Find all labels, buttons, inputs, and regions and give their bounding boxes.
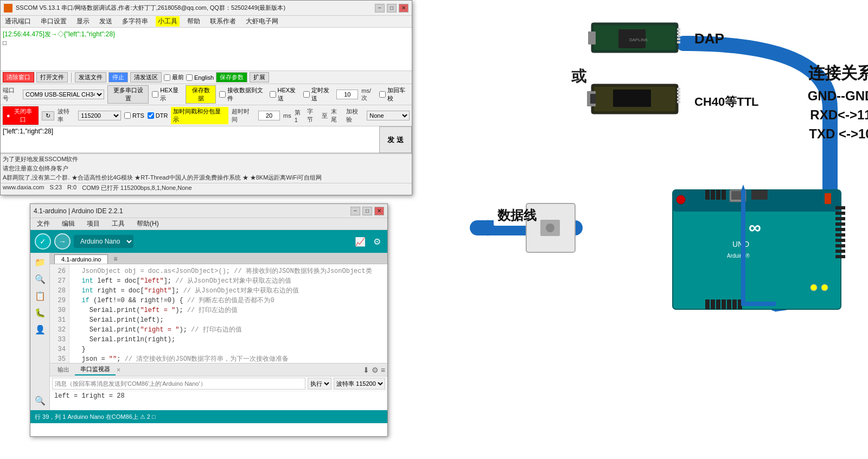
code-area: 4.1-arduino.ino ≡ 26 27 28 29 30 31 32 3… [50, 253, 387, 410]
save-params-button[interactable]: 保存参数 [216, 72, 247, 82]
minimize-button[interactable]: − [375, 4, 385, 12]
arduino-close-button[interactable]: ✕ [374, 207, 384, 215]
menu-multistring[interactable]: 多字符串 [120, 16, 150, 27]
hex-send-check[interactable]: HEX发送 [270, 86, 300, 103]
code-content[interactable]: JsonObject obj = doc.as<JsonObject>(); /… [69, 264, 387, 363]
hex-show-check[interactable]: HEX显示 [152, 86, 182, 103]
sidebar-files-icon[interactable]: 📁 [35, 257, 46, 267]
close-port-button[interactable]: ● 关闭串口 [3, 106, 39, 125]
code-line-26: JsonObject obj = doc.as<JsonObject>(); /… [74, 266, 383, 276]
arduino-maximize-button[interactable]: □ [362, 207, 372, 215]
sidebar-search-icon[interactable]: 🔍 [35, 274, 46, 284]
tab-more-icon[interactable]: ≡ [111, 254, 119, 264]
english-check[interactable]: English [186, 74, 214, 81]
dtr-check[interactable]: DTR [148, 112, 168, 119]
sidebar-search-bottom-icon[interactable]: 🔍 [35, 396, 46, 406]
maximize-button[interactable]: □ [387, 4, 397, 12]
menu-tools[interactable]: 小工具 [156, 16, 180, 27]
arduino-menu-file[interactable]: 文件 [35, 219, 52, 229]
port-select[interactable]: COM9 USB-SERIAL CH340 [23, 90, 104, 99]
menu-website[interactable]: 大虾电子网 [244, 16, 280, 27]
add-check-checkbox[interactable] [379, 91, 386, 98]
arduino-menu-tools[interactable]: 工具 [110, 219, 127, 229]
svg-text:∞: ∞ [749, 218, 761, 237]
rts-label: RTS [132, 112, 144, 119]
timed-send-check[interactable]: 定时发送 [303, 86, 334, 103]
settings-icon[interactable]: ⚙ [372, 366, 379, 374]
clear-window-button[interactable]: 清除窗口 [3, 72, 34, 82]
close-button[interactable]: ✕ [399, 4, 409, 12]
dtr-checkbox[interactable] [148, 112, 154, 119]
ln-29: 29 [53, 296, 66, 305]
refresh-button[interactable]: ↻ [42, 111, 54, 120]
sscom-footer: 为了更好地发展SSCOM软件 请您注册嘉立创终身客户 A群两院了,没有第二个群.… [1, 154, 412, 183]
arduino-tab-main[interactable]: 4.1-arduino.ino [54, 254, 108, 264]
sidebar-debug-icon[interactable]: 🐛 [35, 308, 46, 318]
sscom-menubar: 通讯端口 串口设置 显示 发送 多字符串 小工具 帮助 联系作者 大虾电子网 [1, 16, 412, 28]
serial-input[interactable] [52, 378, 305, 390]
arduino-menu-project[interactable]: 项目 [85, 219, 102, 229]
rts-check[interactable]: RTS [124, 112, 144, 119]
clear-send-button[interactable]: 清发送区 [130, 72, 162, 82]
ln-31: 31 [53, 315, 66, 325]
arduino-menu-edit[interactable]: 编辑 [60, 219, 77, 229]
send-button[interactable]: 发 送 [379, 126, 412, 153]
svg-rect-39 [835, 206, 845, 209]
tail-label: 末尾 [331, 107, 343, 124]
send-file-button[interactable]: 发送文件 [75, 72, 106, 82]
menu-send[interactable]: 发送 [97, 16, 114, 27]
hex-show-checkbox[interactable] [152, 91, 158, 98]
log-line-2: □ [3, 39, 410, 47]
serial-monitor-icon[interactable]: ⚙ [371, 237, 383, 247]
stop-button[interactable]: 停止 [108, 72, 128, 82]
sscom-title: SSCOM V5.13.1 串口/网络数据调试器,作者:大虾丁丁,2618058… [16, 4, 285, 12]
baud-rate-select[interactable]: 波特率 115200 [334, 378, 385, 390]
timed-interval-input[interactable] [336, 90, 358, 99]
rts-checkbox[interactable] [124, 112, 131, 119]
svg-rect-31 [751, 190, 768, 200]
open-file-button[interactable]: 打开文件 [36, 72, 68, 82]
sidebar-boards-icon[interactable]: 📋 [35, 291, 46, 301]
byte-label: 字节 [307, 107, 319, 124]
verify-button[interactable]: ✓ [35, 233, 51, 250]
menu-serial-settings[interactable]: 串口设置 [39, 16, 69, 27]
english-checkbox[interactable] [186, 74, 193, 81]
menu-comm-port[interactable]: 通讯端口 [3, 16, 33, 27]
arduino-minimize-button[interactable]: − [350, 207, 360, 215]
arduino-menu-help[interactable]: 帮助(H) [135, 219, 161, 229]
timeout-input[interactable] [258, 111, 280, 120]
more-ports-button[interactable]: 更多串口设置 [107, 85, 149, 104]
menu-contact[interactable]: 联系作者 [208, 16, 238, 27]
output-tab[interactable]: 输出 [52, 365, 75, 375]
svg-marker-67 [741, 184, 746, 193]
menu-help[interactable]: 帮助 [185, 16, 202, 27]
save-data-button[interactable]: 保存数据 [186, 85, 215, 104]
sidebar-person-icon[interactable]: 👤 [35, 324, 46, 335]
arduino-sidebar: 📁 🔍 📋 🐛 👤 🔍 [30, 253, 50, 410]
svg-rect-52 [722, 299, 726, 309]
recv-file-check[interactable]: 接收数据到文件 [219, 86, 266, 103]
expand-button[interactable]: 扩展 [250, 72, 269, 82]
svg-text:数据线: 数据线 [497, 208, 537, 222]
baud-select[interactable]: 115200 [78, 111, 121, 120]
send-mode-select[interactable]: 执行 [308, 378, 331, 390]
upload-button[interactable]: → [54, 233, 71, 250]
serial-plotter-icon[interactable]: 📈 [353, 237, 368, 247]
checksum-select[interactable]: None [367, 111, 410, 120]
menu-icon[interactable]: ≡ [381, 366, 385, 374]
add-check-check[interactable]: 加回车校 [379, 86, 410, 103]
ad-text: A群两院了,没有第二个群. ★合适高性价比4G模块 ★RT-Thread中国人的… [3, 174, 410, 182]
zuijin-checkbox[interactable] [164, 74, 170, 81]
menu-display[interactable]: 显示 [74, 16, 92, 27]
board-select[interactable]: Arduino Nano [74, 235, 133, 248]
serial-monitor-tab[interactable]: 串口监视器 [75, 364, 116, 375]
arduino-code-editor[interactable]: 26 27 28 29 30 31 32 33 34 35 36 37 38 3… [50, 264, 387, 363]
arduino-status-text: 行 39，列 1 Arduino Nano 在COM86上 ⚠ 2 □ [35, 413, 156, 421]
hex-send-checkbox[interactable] [270, 91, 276, 98]
timed-send-checkbox[interactable] [303, 91, 310, 98]
console-close-btn[interactable]: × [117, 366, 120, 374]
ln-26: 26 [53, 266, 66, 276]
scroll-down-icon[interactable]: ⬇ [363, 366, 369, 374]
zuijin-check[interactable]: 最前 [164, 73, 184, 81]
recv-file-checkbox[interactable] [219, 91, 226, 98]
